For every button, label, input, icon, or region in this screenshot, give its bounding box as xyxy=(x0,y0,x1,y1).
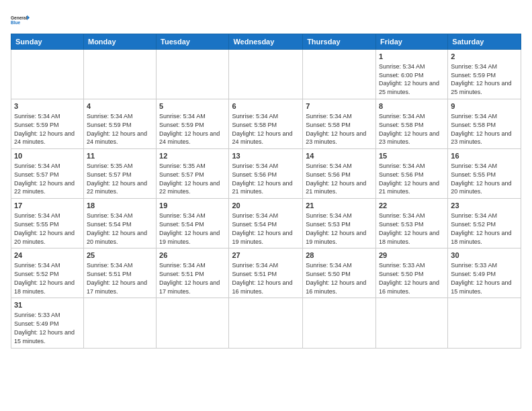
calendar-week-2: 10Sunrise: 5:34 AM Sunset: 5:57 PM Dayli… xyxy=(11,149,521,199)
calendar-week-5: 31Sunrise: 5:33 AM Sunset: 5:49 PM Dayli… xyxy=(11,298,521,348)
day-info: Sunrise: 5:34 AM Sunset: 5:54 PM Dayligh… xyxy=(232,212,292,244)
day-number: 26 xyxy=(159,250,226,261)
calendar-cell: 27Sunrise: 5:34 AM Sunset: 5:51 PM Dayli… xyxy=(229,248,303,298)
calendar-cell: 7Sunrise: 5:34 AM Sunset: 5:58 PM Daylig… xyxy=(303,99,376,149)
day-info: Sunrise: 5:34 AM Sunset: 5:53 PM Dayligh… xyxy=(379,212,439,244)
calendar-cell: 19Sunrise: 5:34 AM Sunset: 5:54 PM Dayli… xyxy=(157,199,229,248)
day-info: Sunrise: 5:34 AM Sunset: 6:00 PM Dayligh… xyxy=(379,63,439,95)
calendar-cell xyxy=(229,50,303,99)
day-number: 12 xyxy=(159,151,226,161)
day-info: Sunrise: 5:34 AM Sunset: 5:54 PM Dayligh… xyxy=(159,212,220,244)
day-number: 19 xyxy=(159,201,226,211)
calendar-cell: 5Sunrise: 5:34 AM Sunset: 5:59 PM Daylig… xyxy=(157,99,229,149)
calendar-cell: 6Sunrise: 5:34 AM Sunset: 5:58 PM Daylig… xyxy=(229,99,303,149)
calendar-header-friday: Friday xyxy=(375,34,447,50)
svg-marker-2 xyxy=(27,15,30,20)
calendar-cell: 1Sunrise: 5:34 AM Sunset: 6:00 PM Daylig… xyxy=(375,50,447,99)
calendar-cell: 3Sunrise: 5:34 AM Sunset: 5:59 PM Daylig… xyxy=(11,99,84,149)
day-number: 13 xyxy=(232,151,300,161)
day-number: 22 xyxy=(379,201,445,211)
calendar-cell xyxy=(157,50,229,99)
day-info: Sunrise: 5:34 AM Sunset: 5:54 PM Dayligh… xyxy=(87,212,147,244)
day-number: 30 xyxy=(451,250,518,261)
day-number: 16 xyxy=(451,151,518,161)
day-info: Sunrise: 5:34 AM Sunset: 5:58 PM Dayligh… xyxy=(379,113,439,145)
svg-text:Blue: Blue xyxy=(11,20,20,25)
day-number: 11 xyxy=(87,151,153,161)
calendar: SundayMondayTuesdayWednesdayThursdayFrid… xyxy=(11,34,521,349)
day-number: 27 xyxy=(232,250,300,261)
calendar-cell: 12Sunrise: 5:35 AM Sunset: 5:57 PM Dayli… xyxy=(157,149,229,199)
calendar-cell xyxy=(448,298,521,348)
day-info: Sunrise: 5:34 AM Sunset: 5:58 PM Dayligh… xyxy=(306,113,366,145)
calendar-cell: 10Sunrise: 5:34 AM Sunset: 5:57 PM Dayli… xyxy=(11,149,84,199)
calendar-week-1: 3Sunrise: 5:34 AM Sunset: 5:59 PM Daylig… xyxy=(11,99,521,149)
day-number: 7 xyxy=(306,101,373,111)
day-number: 2 xyxy=(451,52,518,62)
day-info: Sunrise: 5:34 AM Sunset: 5:57 PM Dayligh… xyxy=(14,163,75,195)
page: General Blue SundayMondayTuesdayWednesda… xyxy=(0,0,532,354)
calendar-cell: 2Sunrise: 5:34 AM Sunset: 5:59 PM Daylig… xyxy=(448,50,521,99)
day-number: 14 xyxy=(306,151,373,161)
day-number: 10 xyxy=(14,151,81,161)
day-info: Sunrise: 5:34 AM Sunset: 5:52 PM Dayligh… xyxy=(14,262,75,294)
calendar-week-0: 1Sunrise: 5:34 AM Sunset: 6:00 PM Daylig… xyxy=(11,50,521,99)
day-info: Sunrise: 5:34 AM Sunset: 5:52 PM Dayligh… xyxy=(451,212,511,244)
day-info: Sunrise: 5:35 AM Sunset: 5:57 PM Dayligh… xyxy=(159,163,220,195)
day-number: 15 xyxy=(379,151,445,161)
logo-icon: General Blue xyxy=(11,11,30,30)
day-info: Sunrise: 5:34 AM Sunset: 5:55 PM Dayligh… xyxy=(14,212,75,244)
calendar-cell: 15Sunrise: 5:34 AM Sunset: 5:56 PM Dayli… xyxy=(375,149,447,199)
day-info: Sunrise: 5:35 AM Sunset: 5:57 PM Dayligh… xyxy=(87,163,147,195)
calendar-cell: 28Sunrise: 5:34 AM Sunset: 5:50 PM Dayli… xyxy=(303,248,376,298)
day-info: Sunrise: 5:34 AM Sunset: 5:51 PM Dayligh… xyxy=(87,262,147,294)
day-info: Sunrise: 5:33 AM Sunset: 5:50 PM Dayligh… xyxy=(379,262,439,294)
calendar-cell xyxy=(303,298,376,348)
calendar-header-thursday: Thursday xyxy=(303,34,376,50)
calendar-cell: 31Sunrise: 5:33 AM Sunset: 5:49 PM Dayli… xyxy=(11,298,84,348)
calendar-cell: 20Sunrise: 5:34 AM Sunset: 5:54 PM Dayli… xyxy=(229,199,303,248)
calendar-cell: 13Sunrise: 5:34 AM Sunset: 5:56 PM Dayli… xyxy=(229,149,303,199)
day-info: Sunrise: 5:34 AM Sunset: 5:55 PM Dayligh… xyxy=(451,163,511,195)
day-info: Sunrise: 5:34 AM Sunset: 5:51 PM Dayligh… xyxy=(232,262,292,294)
day-number: 18 xyxy=(87,201,153,211)
day-number: 29 xyxy=(379,250,445,261)
day-info: Sunrise: 5:34 AM Sunset: 5:51 PM Dayligh… xyxy=(159,262,220,294)
day-number: 3 xyxy=(14,101,81,111)
header: General Blue xyxy=(11,8,521,30)
calendar-week-4: 24Sunrise: 5:34 AM Sunset: 5:52 PM Dayli… xyxy=(11,248,521,298)
day-number: 28 xyxy=(306,250,373,261)
calendar-cell: 8Sunrise: 5:34 AM Sunset: 5:58 PM Daylig… xyxy=(375,99,447,149)
day-info: Sunrise: 5:33 AM Sunset: 5:49 PM Dayligh… xyxy=(14,312,75,344)
day-info: Sunrise: 5:34 AM Sunset: 5:59 PM Dayligh… xyxy=(159,113,220,145)
svg-text:General: General xyxy=(11,15,27,20)
day-info: Sunrise: 5:34 AM Sunset: 5:50 PM Dayligh… xyxy=(306,262,366,294)
day-number: 23 xyxy=(451,201,518,211)
day-number: 8 xyxy=(379,101,445,111)
calendar-cell: 23Sunrise: 5:34 AM Sunset: 5:52 PM Dayli… xyxy=(448,199,521,248)
day-info: Sunrise: 5:34 AM Sunset: 5:56 PM Dayligh… xyxy=(379,163,439,195)
day-number: 4 xyxy=(87,101,153,111)
day-info: Sunrise: 5:34 AM Sunset: 5:56 PM Dayligh… xyxy=(306,163,366,195)
day-info: Sunrise: 5:34 AM Sunset: 5:59 PM Dayligh… xyxy=(451,63,511,95)
day-number: 17 xyxy=(14,201,81,211)
day-info: Sunrise: 5:34 AM Sunset: 5:56 PM Dayligh… xyxy=(232,163,292,195)
calendar-header-saturday: Saturday xyxy=(448,34,521,50)
day-info: Sunrise: 5:34 AM Sunset: 5:58 PM Dayligh… xyxy=(451,113,511,145)
day-number: 31 xyxy=(14,300,81,310)
calendar-cell: 9Sunrise: 5:34 AM Sunset: 5:58 PM Daylig… xyxy=(448,99,521,149)
calendar-cell xyxy=(83,50,156,99)
calendar-cell xyxy=(83,298,156,348)
calendar-header-monday: Monday xyxy=(83,34,156,50)
calendar-cell xyxy=(303,50,376,99)
calendar-header-wednesday: Wednesday xyxy=(229,34,303,50)
calendar-cell: 29Sunrise: 5:33 AM Sunset: 5:50 PM Dayli… xyxy=(375,248,447,298)
calendar-cell: 17Sunrise: 5:34 AM Sunset: 5:55 PM Dayli… xyxy=(11,199,84,248)
calendar-cell: 14Sunrise: 5:34 AM Sunset: 5:56 PM Dayli… xyxy=(303,149,376,199)
calendar-cell: 4Sunrise: 5:34 AM Sunset: 5:59 PM Daylig… xyxy=(83,99,156,149)
calendar-cell: 21Sunrise: 5:34 AM Sunset: 5:53 PM Dayli… xyxy=(303,199,376,248)
day-info: Sunrise: 5:34 AM Sunset: 5:59 PM Dayligh… xyxy=(87,113,147,145)
calendar-cell: 26Sunrise: 5:34 AM Sunset: 5:51 PM Dayli… xyxy=(157,248,229,298)
calendar-cell: 24Sunrise: 5:34 AM Sunset: 5:52 PM Dayli… xyxy=(11,248,84,298)
calendar-cell: 30Sunrise: 5:33 AM Sunset: 5:49 PM Dayli… xyxy=(448,248,521,298)
